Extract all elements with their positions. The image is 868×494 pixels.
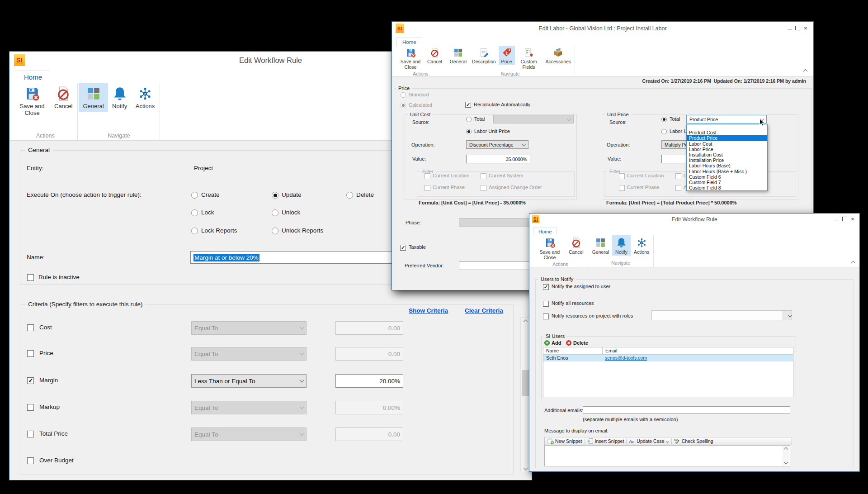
close-button[interactable] [802, 24, 810, 32]
delete-user-button[interactable]: Delete [573, 340, 588, 346]
custom-fields-nav-button[interactable]: Custom Fields [515, 46, 543, 71]
up-current-phase-checkbox[interactable] [619, 185, 625, 191]
criteria-total-price-checkbox[interactable] [27, 431, 34, 437]
accessories-nav-button[interactable]: Accessories [543, 46, 574, 65]
price-calculated-radio[interactable] [401, 103, 406, 108]
maximize-button[interactable] [793, 24, 802, 32]
up-current-location-checkbox[interactable] [619, 173, 625, 179]
execute-lock-reports-radio[interactable] [191, 228, 198, 234]
additional-emails-input[interactable] [583, 406, 790, 414]
execute-update-radio[interactable] [272, 192, 278, 199]
criteria-price-checkbox[interactable] [27, 350, 34, 357]
dropdown-item-custom-field-8[interactable]: Custom Field 8 [687, 185, 767, 190]
dropdown-item-custom-field-6[interactable]: Custom Field 6 [687, 174, 767, 180]
collapse-ribbon-button[interactable] [849, 260, 857, 266]
minimize-button[interactable] [785, 24, 793, 32]
criteria-over-budget-checkbox[interactable] [27, 457, 34, 464]
rule-inactive-checkbox[interactable] [27, 274, 34, 281]
uc-current-location-checkbox[interactable] [425, 173, 430, 179]
criteria-margin-value-input[interactable]: 20.00% [335, 374, 403, 388]
scroll-up-button[interactable] [521, 318, 530, 326]
combo-dropdown-button[interactable] [783, 311, 792, 320]
uc-current-system-checkbox[interactable] [481, 173, 486, 179]
maximize-button[interactable] [840, 215, 849, 223]
show-criteria-link[interactable]: Show Criteria [409, 307, 448, 314]
collapse-ribbon-button[interactable] [802, 68, 809, 74]
notify-assigned-user-checkbox[interactable] [543, 284, 549, 290]
price-standard-radio[interactable] [401, 92, 406, 98]
dropdown-item-installation-price[interactable]: Installation Price [687, 157, 767, 163]
criteria-margin-checkbox[interactable] [27, 377, 34, 384]
criteria-cost-value-input[interactable]: 0.00 [335, 321, 403, 335]
dropdown-item-labor-price[interactable]: Labor Price [687, 147, 767, 152]
uc-assigned-change-order-checkbox[interactable] [481, 185, 486, 191]
criteria-markup-checkbox[interactable] [27, 404, 34, 411]
add-user-button[interactable]: Add [552, 340, 561, 346]
taxable-checkbox[interactable] [400, 245, 406, 251]
criteria-cost-operator-combo[interactable]: Equal To [191, 321, 307, 335]
minimize-button[interactable] [832, 215, 840, 223]
criteria-price-value-input[interactable]: 0.00 [335, 347, 403, 361]
notify-roles-checkbox[interactable] [543, 314, 549, 319]
unit-cost-value-input[interactable]: 35.0000% [466, 155, 530, 163]
price-nav-button[interactable]: Price [499, 46, 515, 65]
cancel-button[interactable]: Cancel [566, 235, 587, 256]
unit-price-total-radio[interactable] [661, 117, 667, 122]
up-current-system-checkbox[interactable] [675, 173, 681, 179]
unit-cost-total-source-combo[interactable] [493, 115, 574, 124]
dropdown-item-product-price[interactable]: Product Price [687, 135, 767, 141]
tab-home[interactable]: Home [533, 228, 557, 236]
criteria-cost-checkbox[interactable] [27, 324, 34, 331]
column-header-email[interactable]: Email [602, 347, 793, 354]
unit-cost-total-radio[interactable] [466, 117, 472, 122]
actions-nav-button[interactable]: Actions [631, 235, 652, 256]
unit-cost-labor-unit-price-radio[interactable] [466, 129, 472, 134]
dropdown-item-installation-cost[interactable]: Installation Cost [687, 152, 767, 157]
cancel-button[interactable]: Cancel [50, 83, 76, 112]
textarea-scrollbar[interactable] [783, 446, 789, 466]
execute-unlock-reports-radio[interactable] [272, 228, 278, 234]
message-textarea[interactable] [544, 445, 790, 466]
up-assigned-change-order-checkbox[interactable] [675, 185, 681, 191]
roles-combo[interactable] [651, 310, 792, 320]
table-row-selected[interactable]: Seth Enos senos@d-tools.com [543, 355, 793, 361]
scroll-down-button[interactable] [521, 464, 530, 472]
new-snippet-button[interactable]: New Snippet [547, 438, 582, 444]
cancel-button[interactable]: Cancel [425, 46, 445, 65]
criteria-markup-value-input[interactable]: 0.00% [335, 401, 403, 414]
execute-unlock-radio[interactable] [272, 209, 278, 216]
unit-price-source-combo[interactable]: Product Price [686, 115, 767, 124]
uc-current-phase-checkbox[interactable] [425, 185, 430, 191]
execute-create-radio[interactable] [191, 192, 198, 199]
email-link[interactable]: senos@d-tools.com [605, 355, 647, 361]
dropdown-item-custom-field-7[interactable]: Custom Field 7 [687, 180, 767, 185]
criteria-total-price-value-input[interactable]: 0.00 [335, 428, 403, 441]
save-and-close-button[interactable]: Save and Close [14, 83, 50, 119]
dropdown-item-product-cost[interactable]: Product Cost [687, 130, 767, 135]
notify-all-resources-checkbox[interactable] [543, 301, 549, 307]
actions-nav-button[interactable]: Actions [132, 83, 159, 112]
save-and-close-button[interactable]: Save and Close [534, 235, 566, 261]
dropdown-item-labor-hours-base-misc[interactable]: Labor Hours (Base + Misc.) [687, 169, 767, 174]
criteria-price-operator-combo[interactable]: Equal To [191, 347, 307, 361]
description-nav-button[interactable]: Description [469, 46, 499, 65]
titlebar[interactable]: SI Edit Labor - Global Vision Ltd : Proj… [392, 22, 813, 35]
execute-lock-radio[interactable] [191, 209, 198, 216]
close-button[interactable] [849, 215, 857, 223]
criteria-markup-operator-combo[interactable]: Equal To [191, 401, 307, 414]
notify-nav-button[interactable]: Notify [612, 235, 631, 256]
dropdown-item-labor-hours-base[interactable]: Labor Hours (Base) [687, 163, 767, 168]
save-and-close-button[interactable]: Save and Close [396, 46, 425, 71]
criteria-total-price-operator-combo[interactable]: Equal To [191, 428, 307, 441]
clear-criteria-link[interactable]: Clear Criteria [465, 307, 503, 314]
unit-price-labor-unit-price-radio[interactable] [661, 129, 667, 134]
execute-delete-radio[interactable] [346, 192, 353, 199]
notify-nav-button[interactable]: Notify [108, 83, 132, 112]
dropdown-item-blank[interactable] [687, 124, 767, 130]
column-header-name[interactable]: Name [543, 347, 602, 354]
general-nav-button[interactable]: General [589, 235, 612, 256]
scroll-thumb[interactable] [522, 370, 529, 396]
tab-home[interactable]: Home [396, 38, 422, 47]
tab-home[interactable]: Home [16, 71, 50, 84]
general-nav-button[interactable]: General [447, 46, 469, 65]
